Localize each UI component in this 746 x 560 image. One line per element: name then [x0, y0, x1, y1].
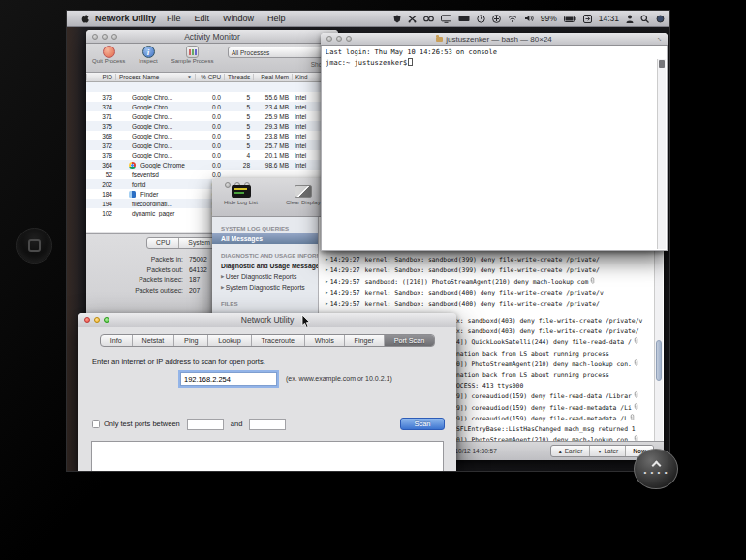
- inspect-button[interactable]: i Inspect: [139, 46, 157, 64]
- log-line[interactable]: ▶14:29:57kernel: Sandbox: sandboxd(400) …: [326, 287, 604, 297]
- terminal-content[interactable]: Last login: Thu May 10 14:26:53 on conso…: [321, 46, 668, 251]
- log-line[interactable]: ▶14:29:27kernel: Sandbox: sandboxd(399) …: [326, 254, 604, 264]
- sidebar-item[interactable]: FILES: [212, 298, 318, 309]
- terminal-scrollbar[interactable]: [657, 59, 666, 249]
- ipad-home-button[interactable]: [16, 228, 52, 264]
- log-line-clipped[interactable]: 0]) PhotoStreamAgent(210) deny mach-look…: [456, 359, 642, 370]
- column-process-name[interactable]: Process Name: [115, 74, 195, 80]
- resize-arrows-icon[interactable]: ↔: [656, 34, 666, 44]
- scrollbar-thumb[interactable]: [656, 340, 662, 381]
- zoom-button[interactable]: [346, 36, 352, 42]
- ip-address-input[interactable]: [180, 372, 277, 386]
- sidebar-item[interactable]: SYSTEM LOG QUERIES: [212, 223, 318, 233]
- process-row[interactable]: [86, 82, 338, 92]
- process-row[interactable]: 375 Google Chro... 0.0 5 29.3 MB Intel: [86, 121, 338, 131]
- column-real-mem[interactable]: Real Mem: [253, 74, 292, 80]
- column-threads[interactable]: Threads: [224, 74, 253, 80]
- tab[interactable]: Info: [101, 335, 132, 346]
- log-line-clipped[interactable]: 9]) coreaudiod(159) deny file-read-metad…: [456, 403, 642, 414]
- port-from-input[interactable]: [187, 419, 224, 430]
- remote-control-handle[interactable]: • • • •: [634, 449, 678, 489]
- log-line[interactable]: ▶14:29:27kernel: Sandbox: sandboxd(399) …: [326, 264, 604, 275]
- log-line-clipped[interactable]: x: sandboxd(403) deny file-write-create …: [456, 327, 642, 337]
- scan-button[interactable]: Scan: [400, 418, 445, 430]
- process-row[interactable]: 374 Google Chro... 0.0 5 23.4 MB Intel: [86, 102, 338, 111]
- process-table-header[interactable]: PID Process Name % CPU Threads Real Mem …: [86, 73, 338, 82]
- process-row[interactable]: 372 Google Chro... 0.0 5 25.7 MB Intel: [86, 140, 338, 150]
- zoom-button[interactable]: [104, 317, 109, 323]
- activity-monitor-titlebar[interactable]: Activity Monitor: [86, 30, 338, 44]
- menu-item[interactable]: File: [160, 14, 188, 23]
- minimize-button[interactable]: [336, 36, 342, 42]
- process-row[interactable]: 368 Google Chro... 0.0 5 23.8 MB Intel: [86, 131, 338, 140]
- disclosure-triangle-icon[interactable]: ▶: [326, 301, 328, 306]
- menu-item[interactable]: Edit: [188, 14, 217, 23]
- close-button[interactable]: [84, 317, 90, 323]
- process-row[interactable]: 378 Google Chro... 0.0 4 20.1 MB Intel: [86, 150, 338, 160]
- disclosure-triangle-icon[interactable]: ▶: [326, 290, 328, 295]
- log-line-clipped[interactable]: SFLEntryBase::ListHasChanged mach_msg re…: [456, 424, 642, 435]
- log-line-clipped[interactable]: OCESS: 413 ttys000: [456, 381, 642, 391]
- accessibility-icon[interactable]: [492, 15, 501, 23]
- port-to-input[interactable]: [249, 419, 286, 430]
- terminal-titlebar[interactable]: justuszenker — bash — 80×24 ↔: [321, 33, 668, 46]
- log-line-clipped[interactable]: 9]) coreaudiod(159) deny file-read-data …: [456, 391, 642, 402]
- tab[interactable]: Whois: [304, 335, 344, 346]
- close-button[interactable]: [92, 34, 98, 40]
- keyboard-icon[interactable]: [458, 15, 470, 22]
- tab[interactable]: Ping: [173, 335, 207, 346]
- log-line-clipped[interactable]: 9]) coreaudiod(159) deny file-read-metad…: [456, 414, 642, 424]
- tab[interactable]: Lookup: [207, 335, 250, 346]
- volume-icon[interactable]: [524, 15, 534, 22]
- log-line-clipped[interactable]: 4]) QuickLookSatelli(244) deny file-read…: [456, 337, 642, 348]
- menu-item[interactable]: Window: [216, 14, 261, 23]
- apple-menu-icon[interactable]: [80, 14, 89, 24]
- menu-item[interactable]: Help: [261, 14, 293, 23]
- scan-results-box[interactable]: [91, 441, 444, 472]
- sidebar-item[interactable]: Diagnostic and Usage Messages: [212, 261, 318, 271]
- process-row[interactable]: 364 Google Chrome 0.0 28 98.6 MB Intel: [86, 160, 338, 170]
- column-pid[interactable]: PID: [86, 74, 115, 80]
- menu-bar-clock[interactable]: 14:31: [599, 14, 619, 23]
- notification-center-icon[interactable]: [656, 15, 665, 23]
- sidebar-item[interactable]: System Diagnostic Reports: [212, 282, 318, 293]
- log-line[interactable]: ▶14:29:57sandboxd: ([210]) PhotoStreamAg…: [326, 276, 604, 287]
- minimize-button[interactable]: [102, 34, 108, 40]
- disclosure-triangle-icon[interactable]: ▶: [326, 257, 328, 262]
- active-app-menu[interactable]: Network Utility: [95, 14, 156, 23]
- tab[interactable]: Port Scan: [384, 335, 434, 346]
- log-line-clipped[interactable]: nation back from LS about running proces…: [456, 349, 642, 359]
- zoom-button[interactable]: [111, 34, 117, 40]
- sidebar-item[interactable]: DIAGNOSTIC AND USAGE INFORMAT...: [212, 250, 318, 261]
- column-kind[interactable]: Kind: [292, 74, 321, 80]
- sidebar-item[interactable]: User Diagnostic Reports: [212, 271, 318, 282]
- battery-icon[interactable]: [564, 16, 576, 22]
- later-button[interactable]: Later: [589, 446, 625, 456]
- process-row[interactable]: 373 Google Chro... 0.0 5 55.6 MB Intel: [86, 92, 338, 102]
- user-icon[interactable]: [626, 15, 634, 23]
- network-utility-titlebar[interactable]: Network Utility: [78, 313, 456, 327]
- log-line-clipped[interactable]: nation back from LS about running proces…: [456, 370, 642, 381]
- tab-cpu[interactable]: CPU: [147, 238, 178, 248]
- time-machine-icon[interactable]: [477, 15, 485, 23]
- minimize-button[interactable]: [94, 317, 100, 323]
- process-row[interactable]: 371 Google Chro... 0.0 5 25.9 MB Intel: [86, 111, 338, 121]
- disclosure-triangle-icon[interactable]: ▶: [326, 267, 328, 272]
- tab[interactable]: Netstat: [132, 335, 174, 346]
- column-cpu[interactable]: % CPU: [195, 74, 224, 80]
- log-line-clipped[interactable]: x: sandboxd(403) deny file-write-create …: [456, 316, 642, 327]
- only-test-ports-checkbox[interactable]: [92, 420, 100, 428]
- quit-process-button[interactable]: Quit Process: [92, 46, 125, 64]
- vpn-shield-icon[interactable]: [393, 15, 401, 23]
- display-icon[interactable]: [441, 15, 451, 23]
- log-line[interactable]: ▶14:29:57kernel: Sandbox: sandboxd(400) …: [326, 298, 604, 309]
- binoculars-icon[interactable]: [423, 15, 434, 23]
- audio-jack-icon[interactable]: [408, 15, 417, 23]
- tab[interactable]: Traceroute: [251, 335, 304, 346]
- spotlight-icon[interactable]: [640, 15, 649, 23]
- sample-process-button[interactable]: Sample Process: [171, 46, 214, 64]
- wifi-icon[interactable]: [508, 15, 517, 22]
- scrollbar-thumb[interactable]: [659, 60, 665, 68]
- process-filter-dropdown[interactable]: All Processes ▾: [228, 47, 334, 58]
- earlier-button[interactable]: Earlier: [551, 446, 590, 456]
